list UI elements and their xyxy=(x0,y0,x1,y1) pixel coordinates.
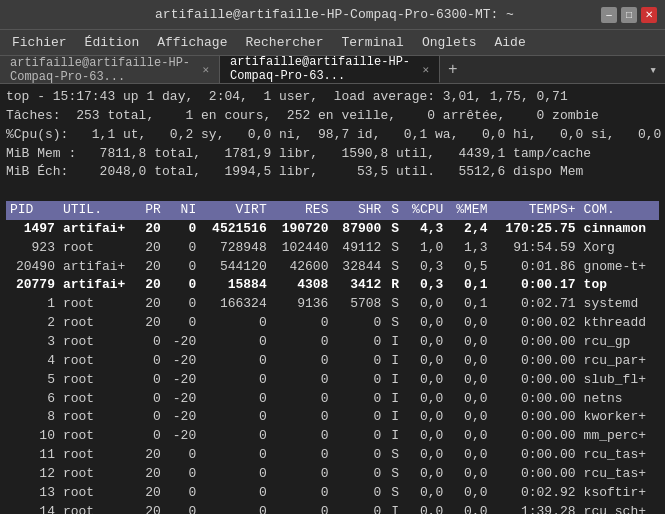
menu-item-aide[interactable]: Aide xyxy=(486,33,533,52)
top-line: top - 15:17:43 up 1 day, 2:04, 1 user, l… xyxy=(6,88,659,107)
menu-item-édition[interactable]: Édition xyxy=(77,33,148,52)
table-row: 20779artifai+2001588443083412R0,30,10:00… xyxy=(6,276,659,295)
minimize-button[interactable]: – xyxy=(601,7,617,23)
tab-add-button[interactable]: + xyxy=(440,56,466,83)
tab-bar: artifaille@artifaille-HP-Compaq-Pro-63..… xyxy=(0,56,665,84)
table-row: 2root200000S0,00,00:00.02kthreadd xyxy=(6,314,659,333)
maximize-button[interactable]: □ xyxy=(621,7,637,23)
col-ni: NI xyxy=(165,201,200,220)
terminal-content: top - 15:17:43 up 1 day, 2:04, 1 user, l… xyxy=(0,84,665,514)
col-temps: TEMPS+ xyxy=(491,201,579,220)
col-shr: SHR xyxy=(332,201,385,220)
table-row: 1497artifai+200452151619072087900S4,32,4… xyxy=(6,220,659,239)
table-row: 6root0-20000I0,00,00:00.00netns xyxy=(6,390,659,409)
tab-2[interactable]: artifaille@artifaille-HP-Compaq-Pro-63..… xyxy=(220,56,440,83)
col-virt: VIRT xyxy=(200,201,271,220)
process-table: PID UTIL. PR NI VIRT RES SHR S %CPU %MEM… xyxy=(6,201,659,514)
close-button[interactable]: ✕ xyxy=(641,7,657,23)
menu-item-fichier[interactable]: Fichier xyxy=(4,33,75,52)
col-mem: %MEM xyxy=(447,201,491,220)
table-row: 1root20016632491365708S0,00,10:02.71syst… xyxy=(6,295,659,314)
table-row: 5root0-20000I0,00,00:00.00slub_fl+ xyxy=(6,371,659,390)
col-com: COM. xyxy=(580,201,659,220)
window-controls[interactable]: – □ ✕ xyxy=(601,7,657,23)
menu-bar: FichierÉditionAffichageRechercherTermina… xyxy=(0,30,665,56)
table-row: 4root0-20000I0,00,00:00.00rcu_par+ xyxy=(6,352,659,371)
col-s: S xyxy=(385,201,403,220)
menu-item-rechercher[interactable]: Rechercher xyxy=(237,33,331,52)
taches-line: Tâches: 253 total, 1 en cours, 252 en ve… xyxy=(6,107,659,126)
col-pid: PID xyxy=(6,201,59,220)
table-row: 923root20072894810244049112S1,01,391:54.… xyxy=(6,239,659,258)
table-row: 20490artifai+2005441204260032844S0,30,50… xyxy=(6,258,659,277)
table-row: 13root200000S0,00,00:02.92ksoftir+ xyxy=(6,484,659,503)
tab-1-label: artifaille@artifaille-HP-Compaq-Pro-63..… xyxy=(10,56,196,84)
menu-item-onglets[interactable]: Onglets xyxy=(414,33,485,52)
blank-line xyxy=(6,182,659,201)
window-title: artifaille@artifaille-HP-Compaq-Pro-6300… xyxy=(68,7,601,22)
menu-item-terminal[interactable]: Terminal xyxy=(333,33,411,52)
table-row: 11root200000S0,00,00:00.00rcu_tas+ xyxy=(6,446,659,465)
mem-line: MiB Mem : 7811,8 total, 1781,9 libr, 159… xyxy=(6,145,659,164)
cpu-line: %Cpu(s): 1,1 ut, 0,2 sy, 0,0 ni, 98,7 id… xyxy=(6,126,659,145)
ech-line: MiB Éch: 2048,0 total, 1994,5 libr, 53,5… xyxy=(6,163,659,182)
table-header-row: PID UTIL. PR NI VIRT RES SHR S %CPU %MEM… xyxy=(6,201,659,220)
tab-1[interactable]: artifaille@artifaille-HP-Compaq-Pro-63..… xyxy=(0,56,220,83)
tab-1-close[interactable]: ✕ xyxy=(202,63,209,76)
col-util: UTIL. xyxy=(59,201,138,220)
table-row: 12root200000S0,00,00:00.00rcu_tas+ xyxy=(6,465,659,484)
table-row: 10root0-20000I0,00,00:00.00mm_perc+ xyxy=(6,427,659,446)
tab-dropdown-button[interactable]: ▾ xyxy=(641,56,665,83)
table-row: 3root0-20000I0,00,00:00.00rcu_gp xyxy=(6,333,659,352)
tab-2-close[interactable]: ✕ xyxy=(422,63,429,76)
tab-2-label: artifaille@artifaille-HP-Compaq-Pro-63..… xyxy=(230,55,416,83)
col-pr: PR xyxy=(138,201,165,220)
col-res: RES xyxy=(271,201,333,220)
menu-item-affichage[interactable]: Affichage xyxy=(149,33,235,52)
title-bar: artifaille@artifaille-HP-Compaq-Pro-6300… xyxy=(0,0,665,30)
col-cpu: %CPU xyxy=(403,201,447,220)
table-row: 8root0-20000I0,00,00:00.00kworker+ xyxy=(6,408,659,427)
table-row: 14root200000I0,00,01:39.28rcu_sch+ xyxy=(6,503,659,514)
